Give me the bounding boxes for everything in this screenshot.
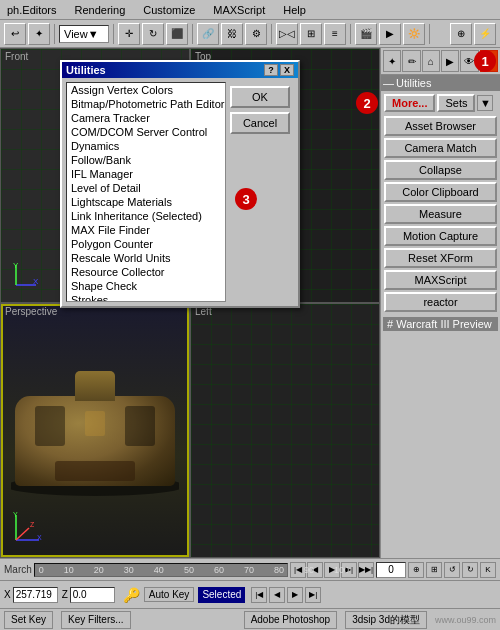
playback-prev[interactable]: ◀ <box>269 587 285 603</box>
panel-menu-btn[interactable]: ▼ <box>477 95 493 111</box>
3dsip-taskbar[interactable]: 3dsip 3d的模型 <box>345 611 427 629</box>
key-icon: 🔑 <box>123 587 140 603</box>
list-item[interactable]: Link Inheritance (Selected) <box>67 209 225 223</box>
list-item[interactable]: Camera Tracker <box>67 111 225 125</box>
menu-maxscript[interactable]: MAXScript <box>210 3 268 17</box>
collapse-btn[interactable]: Collapse <box>384 160 497 180</box>
toolbar-sep-2 <box>113 24 114 44</box>
rotate-btn[interactable]: ↻ <box>142 23 164 45</box>
list-item[interactable]: MAX File Finder <box>67 223 225 237</box>
list-item[interactable]: Follow/Bank <box>67 153 225 167</box>
asset-browser-btn[interactable]: Asset Browser <box>384 116 497 136</box>
set-key-btn[interactable]: Set Key <box>4 611 53 629</box>
undo-btn[interactable]: ↩ <box>4 23 26 45</box>
key-filters-btn[interactable]: Key Filters... <box>61 611 131 629</box>
x-coord-field: X <box>4 587 58 603</box>
motion-capture-btn[interactable]: Motion Capture <box>384 226 497 246</box>
reset-xform-btn[interactable]: Reset XForm <box>384 248 497 268</box>
hierarchy-tab[interactable]: ⌂ <box>422 50 440 72</box>
timeline-track[interactable]: 0 10 20 30 40 50 60 70 80 90 100 <box>34 563 288 577</box>
timeline-numbers: 0 10 20 30 40 50 60 70 80 90 100 <box>35 564 287 576</box>
measure-btn[interactable]: Measure <box>384 204 497 224</box>
list-item[interactable]: Assign Vertex Colors <box>67 83 225 97</box>
extra-btn-2[interactable]: ⚡ <box>474 23 496 45</box>
mirror-btn[interactable]: ▷◁ <box>276 23 298 45</box>
menu-help[interactable]: Help <box>280 3 309 17</box>
list-item[interactable]: Level of Detail <box>67 181 225 195</box>
toolbar: ↩ ✦ View▼ ✛ ↻ ⬛ 🔗 ⛓ ⚙ ▷◁ ⊞ ≡ 🎬 ▶ 🔆 ⊕ ⚡ <box>0 20 500 48</box>
move-btn[interactable]: ✛ <box>118 23 140 45</box>
link-btn[interactable]: 🔗 <box>197 23 219 45</box>
z-input[interactable] <box>70 587 115 603</box>
svg-text:Y: Y <box>13 511 18 518</box>
menu-customize[interactable]: Customize <box>140 3 198 17</box>
playback-play[interactable]: ▶ <box>287 587 303 603</box>
utilities-list[interactable]: Assign Vertex ColorsBitmap/Photometric P… <box>66 82 226 302</box>
list-item[interactable]: Polygon Counter <box>67 237 225 251</box>
annotation-3: 3 <box>235 188 257 210</box>
menu-bar: ph.Editors Rendering Customize MAXScript… <box>0 0 500 20</box>
toolbar-sep-4 <box>271 24 272 44</box>
list-item[interactable]: IFL Manager <box>67 167 225 181</box>
render-btn[interactable]: 🔆 <box>403 23 425 45</box>
bind-btn[interactable]: ⚙ <box>245 23 267 45</box>
camera-match-btn[interactable]: Camera Match <box>384 138 497 158</box>
list-item[interactable]: Resource Collector <box>67 265 225 279</box>
scale-btn[interactable]: ⬛ <box>166 23 188 45</box>
viewport-left[interactable]: Left <box>190 303 380 558</box>
undo-time-btn[interactable]: ↺ <box>444 562 460 578</box>
motion-tab[interactable]: ▶ <box>441 50 459 72</box>
go-end-btn[interactable]: ▶▶| <box>358 562 374 578</box>
extra-timeline-btns: ⊕ ⊞ ↺ ↻ K <box>408 562 496 578</box>
view-dropdown[interactable]: View▼ <box>59 25 109 43</box>
cancel-button[interactable]: Cancel <box>230 112 290 134</box>
key-mode-btn[interactable]: K <box>480 562 496 578</box>
ok-button[interactable]: OK <box>230 86 290 108</box>
playback-next[interactable]: ▶| <box>305 587 321 603</box>
menu-rendering[interactable]: Rendering <box>72 3 129 17</box>
zoom-region-btn[interactable]: ⊞ <box>426 562 442 578</box>
list-item[interactable]: Strokes <box>67 293 225 302</box>
menu-ph-editors[interactable]: ph.Editors <box>4 3 60 17</box>
list-item[interactable]: Shape Check <box>67 279 225 293</box>
color-clipboard-btn[interactable]: Color Clipboard <box>384 182 497 202</box>
select-btn[interactable]: ✦ <box>28 23 50 45</box>
watermark-text: www.ou99.com <box>435 615 496 625</box>
auto-key-btn[interactable]: Auto Key <box>144 587 195 602</box>
more-button[interactable]: More... <box>384 94 435 112</box>
modify-tab[interactable]: ✏ <box>402 50 420 72</box>
list-item[interactable]: Bitmap/Photometric Path Editor <box>67 97 225 111</box>
list-item[interactable]: Rescale World Units <box>67 251 225 265</box>
list-item[interactable]: Dynamics <box>67 139 225 153</box>
render-last-btn[interactable]: ▶ <box>379 23 401 45</box>
toolbar-sep-1 <box>54 24 55 44</box>
list-item[interactable]: COM/DCOM Server Control <box>67 125 225 139</box>
sets-button[interactable]: Sets <box>437 94 475 112</box>
left-grid <box>191 304 379 557</box>
render-setup-btn[interactable]: 🎬 <box>355 23 377 45</box>
array-btn[interactable]: ⊞ <box>300 23 322 45</box>
status-bar: X Z 🔑 Auto Key Selected |◀ ◀ ▶ ▶| <box>0 580 500 608</box>
redo-time-btn[interactable]: ↻ <box>462 562 478 578</box>
extra-btn-1[interactable]: ⊕ <box>450 23 472 45</box>
transport-controls: |◀ ◀ ▶ ▶| ▶▶| <box>290 562 374 578</box>
utilities-header: — Utilities <box>381 75 500 91</box>
maxscript-btn[interactable]: MAXScript <box>384 270 497 290</box>
dialog-question-btn[interactable]: ? <box>264 64 278 76</box>
unlink-btn[interactable]: ⛓ <box>221 23 243 45</box>
create-tab[interactable]: ✦ <box>383 50 401 72</box>
align-btn[interactable]: ≡ <box>324 23 346 45</box>
front-axis: X Y <box>11 260 41 292</box>
list-item[interactable]: Lightscape Materials <box>67 195 225 209</box>
selected-text: Selected <box>198 587 245 603</box>
viewport-perspective[interactable]: Perspective <box>0 303 190 558</box>
dialog-close-btn[interactable]: X <box>280 64 294 76</box>
photoshop-taskbar[interactable]: Adobe Photoshop <box>244 611 338 629</box>
frame-number[interactable]: 0 <box>376 562 406 578</box>
reactor-btn[interactable]: reactor <box>384 292 497 312</box>
x-input[interactable] <box>13 587 58 603</box>
toolbar-sep-5 <box>350 24 351 44</box>
annotation-2: 2 <box>356 92 378 114</box>
zoom-time-btn[interactable]: ⊕ <box>408 562 424 578</box>
playback-start[interactable]: |◀ <box>251 587 267 603</box>
